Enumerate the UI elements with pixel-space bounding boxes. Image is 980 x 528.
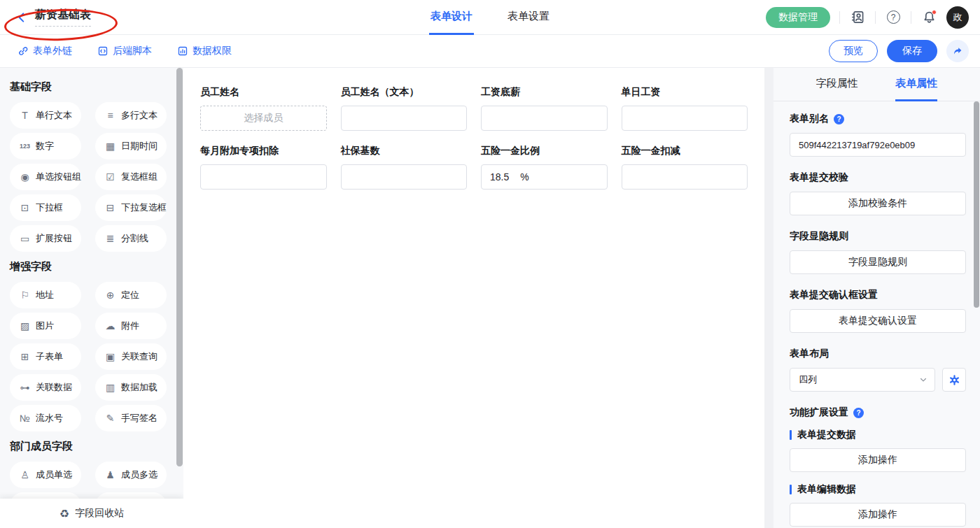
extend-button-icon: ▭ (19, 233, 31, 244)
tab-form-settings[interactable]: 表单设置 (506, 0, 551, 35)
notification-bell-icon[interactable] (920, 9, 937, 26)
form-layout-group: 表单布局 四列 (790, 348, 966, 392)
save-button[interactable]: 保存 (887, 40, 937, 62)
sidebar-item-single-line-text[interactable]: T单行文本 (10, 102, 81, 129)
add-validation-button[interactable]: 添加校验条件 (790, 192, 966, 215)
main-tabs: 表单设计 表单设置 (429, 0, 551, 35)
help-icon[interactable] (885, 9, 902, 26)
code-square-icon (97, 45, 108, 57)
sidebar-item-serial-number[interactable]: №流水号 (10, 405, 81, 431)
share-button[interactable] (946, 40, 969, 62)
submit-validation-label: 表单提交校验 (790, 171, 966, 184)
field-base-salary[interactable]: 工资底薪 (481, 86, 608, 131)
data-manage-button[interactable]: 数据管理 (766, 7, 830, 28)
sidebar-item-select[interactable]: ⊡下拉框 (10, 194, 81, 221)
form-external-link[interactable]: 表单外链 (18, 45, 72, 57)
page-title[interactable]: 薪资基础表 (35, 8, 91, 27)
form-alias-input[interactable] (790, 133, 966, 157)
sidebar-item-datetime[interactable]: ▦日期时间 (95, 133, 167, 159)
sidebar-item-attachment[interactable]: ☁附件 (95, 313, 167, 339)
divider (839, 11, 840, 24)
layout-settings-button[interactable] (942, 368, 966, 392)
form-canvas[interactable]: 员工姓名 选择成员 员工姓名（文本） 工资底薪 单日工资 每月附加专项扣除 (183, 68, 764, 528)
add-action-submit-button[interactable]: 添加操作 (790, 448, 966, 472)
tab-form-design[interactable]: 表单设计 (429, 0, 474, 35)
canvas-panel-gap (764, 68, 774, 528)
image-icon: ▨ (19, 320, 31, 331)
checkbox-icon: ☑ (104, 171, 116, 183)
sidebar-item-divider-line[interactable]: ≣分割线 (95, 225, 167, 252)
member-picker[interactable]: 选择成员 (200, 106, 327, 131)
contacts-icon[interactable] (849, 9, 866, 26)
sidebar-item-related-lookup[interactable]: ▣关联查询 (95, 343, 167, 370)
text-input[interactable] (200, 164, 327, 190)
sidebar-scrollbar[interactable] (176, 68, 183, 466)
field-monthly-extra-deduction[interactable]: 每月附加专项扣除 (200, 145, 327, 190)
field-insurance-deduction[interactable]: 五险一金扣减 (622, 145, 748, 190)
toolbar-links: 表单外链 后端脚本 数据权限 (18, 45, 232, 57)
subform-icon: ⊞ (19, 351, 31, 362)
sidebar-item-multi-line-text[interactable]: ≡多行文本 (95, 102, 167, 129)
backend-script-link[interactable]: 后端脚本 (97, 45, 152, 57)
add-action-edit-button[interactable]: 添加操作 (790, 503, 966, 527)
sidebar-item-checkbox-group[interactable]: ☑复选框组 (95, 164, 167, 190)
extension-settings-label: 功能扩展设置 (790, 406, 848, 419)
cloud-upload-icon: ☁ (104, 320, 116, 331)
form-designer-app: 薪资基础表 表单设计 表单设置 数据管理 政 (0, 0, 980, 528)
field-daily-salary[interactable]: 单日工资 (622, 86, 748, 131)
calendar-icon: ▦ (104, 141, 116, 152)
sidebar-item-related-data[interactable]: ⊶关联数据 (10, 374, 81, 401)
body: 基础字段 T单行文本 ≡多行文本 123数字 ▦日期时间 ◉单选按钮组 ☑复选框… (0, 68, 980, 528)
link-icon (18, 45, 29, 57)
person-icon: ♙ (19, 469, 31, 480)
notification-dot (932, 10, 937, 15)
share-arrow-icon (952, 45, 963, 57)
tab-form-properties[interactable]: 表单属性 (895, 68, 937, 101)
field-employee-name[interactable]: 员工姓名 选择成员 (200, 86, 327, 131)
sidebar-item-member-multi[interactable]: ♟成员多选 (95, 462, 167, 488)
text-input[interactable] (481, 106, 608, 131)
sidebar-item-member-single[interactable]: ♙成员单选 (10, 462, 81, 488)
field-insurance-ratio[interactable]: 五险一金比例 18.5 % (481, 145, 608, 190)
chart-square-icon (177, 45, 188, 57)
sidebar-item-extend-button[interactable]: ▭扩展按钮 (10, 225, 81, 252)
back-button[interactable] (15, 11, 28, 24)
sidebar-item-location[interactable]: ⊕定位 (95, 282, 167, 308)
preview-button[interactable]: 预览 (829, 40, 878, 62)
submit-data-heading: 表单提交数据 (790, 429, 966, 441)
sidebar-item-signature[interactable]: ✎手写签名 (95, 405, 167, 431)
text-input[interactable] (341, 164, 468, 190)
submit-confirm-group: 表单提交确认框设置 表单提交确认设置 (790, 289, 966, 333)
submit-confirm-button[interactable]: 表单提交确认设置 (790, 309, 966, 333)
tab-field-properties[interactable]: 字段属性 (816, 68, 858, 101)
number-input[interactable]: 18.5 % (481, 164, 608, 190)
avatar[interactable]: 政 (946, 6, 969, 29)
text-input[interactable] (622, 164, 748, 190)
sidebar-item-subform[interactable]: ⊞子表单 (10, 343, 81, 370)
section-title-basic-fields: 基础字段 (0, 80, 183, 94)
field-visibility-button[interactable]: 字段显隐规则 (790, 250, 966, 274)
text-input[interactable] (622, 106, 748, 131)
sidebar-item-number[interactable]: 123数字 (10, 133, 81, 159)
field-recycle-bin-button[interactable]: ♻ 字段回收站 (0, 499, 183, 528)
sidebar-item-image[interactable]: ▨图片 (10, 313, 81, 339)
sidebar-item-address[interactable]: ⚐地址 (10, 282, 81, 308)
help-badge-icon[interactable] (853, 408, 864, 418)
top-bar-actions: 数据管理 政 (766, 6, 980, 29)
form-layout-label: 表单布局 (790, 348, 966, 360)
properties-panel: 字段属性 表单属性 表单别名 表单提交校验 添加校验条件 字段显隐规则 (774, 68, 980, 528)
data-permission-link[interactable]: 数据权限 (177, 45, 232, 57)
panel-scrollbar[interactable] (974, 101, 979, 308)
field-visibility-label: 字段显隐规则 (790, 230, 966, 243)
sidebar-item-data-load[interactable]: ▥数据加载 (95, 374, 167, 401)
text-input[interactable] (341, 106, 468, 131)
sidebar-item-radio-group[interactable]: ◉单选按钮组 (10, 164, 81, 190)
sidebar-item-multi-select[interactable]: ⊟下拉复选框 (95, 194, 167, 221)
layout-select[interactable]: 四列 (790, 368, 935, 392)
divider (911, 11, 911, 24)
field-social-insurance-base[interactable]: 社保基数 (341, 145, 468, 190)
accent-bar (790, 430, 792, 440)
field-employee-name-text[interactable]: 员工姓名（文本） (341, 86, 468, 131)
help-badge-icon[interactable] (834, 114, 844, 124)
submit-confirm-label: 表单提交确认框设置 (790, 289, 966, 301)
